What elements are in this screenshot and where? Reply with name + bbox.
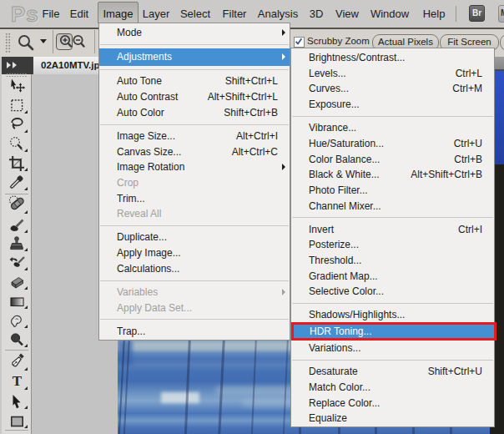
svg-text:T: T (13, 373, 23, 389)
